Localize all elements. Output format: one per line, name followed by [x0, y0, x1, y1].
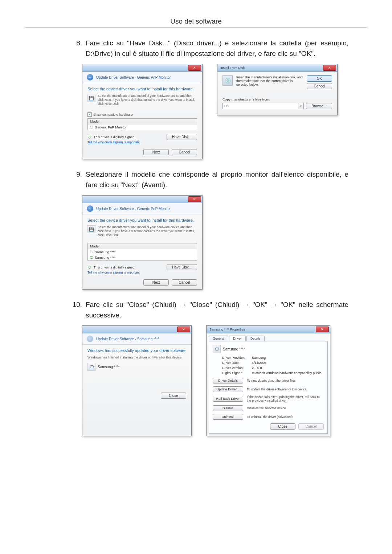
model-list[interactable]: Model 🖵 Samsung **** 🖵 Samsung **** [87, 243, 197, 260]
prop-signer-val: microsoft windows hardware compatibility… [252, 371, 322, 375]
header-divider [25, 28, 367, 28]
success-subtext: Windows has finished installing the driv… [87, 356, 186, 359]
list-item-label: Samsung **** [95, 250, 116, 254]
dialog-titlebar: ✕ [82, 326, 191, 333]
driver-details-desc: To view details about the driver files. [247, 379, 324, 382]
uninstall-desc: To uninstall the driver (Advanced). [247, 415, 324, 419]
rollback-driver-button[interactable]: Roll Back Driver [213, 396, 243, 402]
chevron-down-icon[interactable]: ▾ [298, 103, 304, 109]
dialog-titlebar-text: Samsung **** Properties [207, 328, 316, 331]
signed-label: This driver is digitally signed. [94, 266, 135, 269]
tab-panel-driver: 🖵 Samsung **** Driver Provider:Samsung D… [209, 341, 328, 434]
dialog-titlebar-text: Install From Disk [217, 66, 323, 70]
show-compatible-checkbox[interactable]: ✔ Show compatible hardware [87, 112, 197, 117]
dialog-titlebar: Samsung **** Properties ✕ [207, 326, 330, 333]
breadcrumb-text: Update Driver Software - Samsung **** [96, 337, 159, 341]
close-icon[interactable]: ✕ [323, 65, 336, 71]
tab-general[interactable]: General [209, 336, 228, 341]
monitor-icon: 🖵 [90, 256, 93, 259]
breadcrumb-text: Update Driver Software - Generic PnP Mon… [96, 75, 171, 79]
step-9-number: 9. [65, 169, 86, 190]
model-list[interactable]: Model 🖵 Generic PnP Monitor [87, 118, 197, 130]
signed-label: This driver is digitally signed. [94, 135, 135, 139]
update-driver-button[interactable]: Update Driver... [213, 386, 243, 392]
list-item[interactable]: 🖵 Generic PnP Monitor [88, 124, 197, 130]
page-title: Uso del software [25, 17, 367, 25]
prop-provider-key: Driver Provider: [222, 356, 252, 360]
cancel-button[interactable]: Cancel [307, 83, 332, 89]
back-icon[interactable]: ← [87, 74, 93, 81]
step-9-text: Selezionare il modello che corrisponde a… [86, 169, 348, 190]
breadcrumb-text: Update Driver Software - Generic PnP Mon… [96, 207, 171, 211]
close-icon[interactable]: ✕ [177, 327, 190, 332]
list-item-label: Generic PnP Monitor [95, 125, 127, 129]
breadcrumb: ← Update Driver Software - Generic PnP M… [82, 203, 202, 214]
signing-info-link[interactable]: Tell me why driver signing is important [87, 140, 140, 144]
step-8-text: Fare clic su "Have Disk..." (Disco drive… [86, 38, 348, 59]
ok-button[interactable]: OK [307, 75, 332, 82]
dialog-update-success: ✕ ← Update Driver Software - Samsung ***… [82, 325, 192, 436]
device-name-label: Samsung **** [223, 347, 245, 351]
dialog-heading: Select the device driver you want to ins… [87, 218, 197, 222]
cancel-button[interactable]: Cancel [172, 149, 197, 155]
step-8-number: 8. [65, 38, 86, 59]
show-compatible-label: Show compatible hardware [93, 113, 133, 116]
dialog-description: Select the manufacturer and model of you… [98, 94, 197, 106]
rollback-driver-desc: If the device fails after updating the d… [247, 395, 324, 402]
breadcrumb: ← Update Driver Software - Samsung **** [82, 333, 191, 345]
monitor-icon: 🖵 [90, 250, 93, 254]
update-driver-desc: To update the driver software for this d… [247, 387, 324, 391]
success-heading: Windows has successfully updated your dr… [87, 348, 186, 353]
dialog-driver-properties: Samsung **** Properties ✕ General Driver… [206, 325, 330, 436]
cancel-button[interactable]: Cancel [172, 279, 197, 286]
close-button[interactable]: Close [270, 423, 295, 430]
step-8: 8. Fare clic su "Have Disk..." (Disco dr… [65, 38, 348, 59]
monitor-icon: 🖵 [87, 363, 95, 371]
install-from-disk-msg: Insert the manufacturer's installation d… [236, 75, 303, 86]
dialog-titlebar: ✕ [82, 64, 202, 72]
tab-details[interactable]: Details [246, 336, 265, 341]
next-button[interactable]: Next [143, 279, 169, 286]
uninstall-button[interactable]: Uninstall [213, 414, 243, 420]
list-item[interactable]: 🖵 Samsung **** [88, 249, 197, 255]
prop-date-val: 4/14/2005 [252, 361, 266, 365]
close-icon[interactable]: ✕ [188, 196, 201, 202]
model-list-header: Model [88, 119, 197, 124]
dialog-heading: Select the device driver you want to ins… [87, 87, 197, 91]
back-icon[interactable]: ← [87, 205, 93, 212]
device-name-label: Samsung **** [98, 365, 120, 369]
driver-details-button[interactable]: Driver Details [213, 378, 243, 383]
disable-desc: Disables the selected device. [247, 406, 324, 410]
step-10: 10. Fare clic su "Close" (Chiudi) → "Clo… [65, 300, 348, 320]
step-10-text: Fare clic su "Close" (Chiudi) → "Close" … [86, 300, 348, 320]
path-input[interactable]: D:\ [222, 103, 298, 109]
breadcrumb: ← Update Driver Software - Generic PnP M… [82, 72, 202, 83]
close-button[interactable]: Close [161, 393, 186, 399]
list-item[interactable]: 🖵 Samsung **** [88, 255, 197, 260]
cancel-button: Cancel [298, 423, 324, 430]
have-disk-button[interactable]: Have Disk... [167, 264, 197, 270]
disk-icon: 💿 [222, 75, 233, 86]
step-10-number: 10. [65, 300, 86, 320]
prop-version-val: 2.0.0.0 [252, 366, 262, 370]
prop-signer-key: Digital Signer: [222, 371, 252, 375]
dialog-titlebar: ✕ [82, 196, 202, 203]
drive-icon: 💾 [87, 225, 95, 233]
browse-button[interactable]: Browse... [306, 103, 332, 109]
prop-version-key: Driver Version: [222, 366, 252, 370]
prop-provider-val: Samsung [252, 356, 266, 360]
have-disk-button[interactable]: Have Disk... [167, 134, 197, 140]
step-9: 9. Selezionare il modello che corrispond… [65, 169, 348, 190]
signing-info-link[interactable]: Tell me why driver signing is important [87, 271, 140, 274]
next-button[interactable]: Next [143, 149, 169, 155]
model-list-header: Model [88, 243, 197, 249]
copy-from-label: Copy manufacturer's files from: [222, 97, 332, 101]
properties-tabs: General Driver Details [207, 333, 330, 341]
dialog-update-driver: ✕ ← Update Driver Software - Generic PnP… [82, 64, 203, 159]
close-icon[interactable]: ✕ [188, 65, 201, 71]
prop-date-key: Driver Date: [222, 361, 252, 365]
disable-button[interactable]: Disable [213, 405, 243, 411]
back-icon[interactable]: ← [87, 336, 93, 342]
close-icon[interactable]: ✕ [316, 327, 329, 332]
tab-driver[interactable]: Driver [229, 336, 246, 341]
